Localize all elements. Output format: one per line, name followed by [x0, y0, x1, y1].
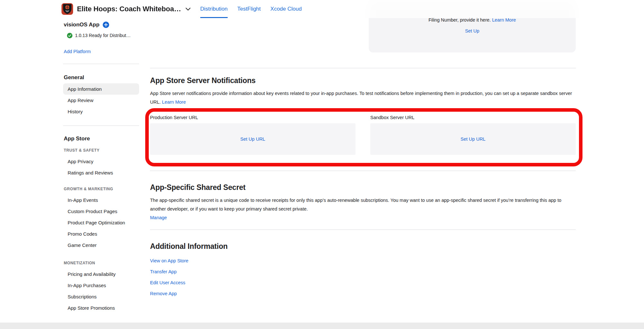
production-server-url-label: Production Server URL	[150, 115, 355, 121]
sidebar-item-custom-product-pages[interactable]: Custom Product Pages	[63, 206, 139, 217]
sidebar: visionOS App 1.0.13 Ready for Distribut……	[63, 18, 139, 314]
sandbox-server-column: Sandbox Server URL Set Up URL	[370, 115, 576, 155]
section-divider	[150, 230, 576, 230]
sidebar-subhead-monetization: MONETIZATION	[63, 260, 139, 266]
sidebar-item-promo-codes[interactable]: Promo Codes	[63, 228, 139, 240]
sidebar-subhead-growth-marketing: GROWTH & MARKETING	[63, 186, 139, 192]
add-version-plus-icon[interactable]	[103, 22, 109, 28]
sidebar-item-in-app-purchases[interactable]: In-App Purchases	[63, 280, 139, 291]
manage-shared-secret-link[interactable]: Manage	[150, 215, 167, 221]
production-server-url-panel: Set Up URL	[150, 123, 355, 155]
sidebar-heading-general: General	[63, 74, 139, 81]
section-divider	[150, 68, 576, 68]
sidebar-item-app-privacy[interactable]: App Privacy	[63, 156, 139, 167]
add-platform-link[interactable]: Add Platform	[64, 49, 91, 54]
sidebar-item-app-store-promotions[interactable]: App Store Promotions	[63, 302, 139, 314]
sidebar-item-app-information[interactable]: App Information	[63, 83, 139, 95]
sidebar-item-subscriptions[interactable]: Subscriptions	[63, 291, 139, 302]
ready-check-icon	[67, 33, 72, 38]
sidebar-heading-app-store: App Store	[63, 135, 139, 143]
version-status-text: 1.0.13 Ready for Distribut…	[75, 33, 131, 38]
remove-app-link[interactable]: Remove App	[150, 291, 576, 297]
sandbox-set-up-url-link[interactable]: Set Up URL	[460, 136, 485, 142]
notifications-heading: App Store Server Notifications	[150, 76, 576, 85]
sidebar-item-in-app-events[interactable]: In-App Events	[63, 194, 139, 206]
notifications-learn-more-link[interactable]: Learn More	[162, 99, 186, 105]
app-title-group[interactable]: Elite Hoops: Coach Whiteboa…	[62, 0, 191, 18]
server-url-grid: Production Server URL Set Up URL Sandbox…	[150, 115, 576, 155]
transfer-app-link[interactable]: Transfer App	[150, 269, 576, 275]
view-on-app-store-link[interactable]: View on App Store	[150, 258, 576, 264]
page-footer	[0, 323, 644, 329]
sidebar-item-ratings-reviews[interactable]: Ratings and Reviews	[63, 167, 139, 178]
chevron-down-icon[interactable]	[185, 8, 191, 11]
sidebar-divider	[63, 64, 139, 64]
tab-xcode-cloud[interactable]: Xcode Cloud	[270, 0, 302, 18]
app-title: Elite Hoops: Coach Whiteboa…	[77, 5, 181, 13]
growth-marketing-list: In-App Events Custom Product Pages Produ…	[63, 194, 139, 251]
sidebar-item-game-center[interactable]: Game Center	[63, 240, 139, 251]
header-tabs: Distribution TestFlight Xcode Cloud	[200, 0, 302, 18]
sidebar-subhead-trust-safety: TRUST & SAFETY	[63, 148, 139, 153]
sidebar-item-pricing-availability[interactable]: Pricing and Availability	[63, 268, 139, 280]
additional-links: View on App Store Transfer App Edit User…	[150, 258, 576, 297]
additional-info-heading: Additional Information	[150, 241, 576, 251]
production-set-up-url-link[interactable]: Set Up URL	[240, 136, 265, 142]
sidebar-item-history[interactable]: History	[63, 106, 139, 117]
sidebar-divider	[63, 126, 139, 126]
tab-testflight[interactable]: TestFlight	[237, 0, 261, 18]
platform-name: visionOS App	[64, 21, 99, 29]
app-logo-icon	[62, 3, 73, 15]
sandbox-server-url-panel: Set Up URL	[370, 123, 576, 155]
sidebar-item-product-page-optimization[interactable]: Product Page Optimization	[63, 217, 139, 228]
sidebar-item-app-review[interactable]: App Review	[63, 95, 139, 106]
monetization-list: Pricing and Availability In-App Purchase…	[63, 268, 139, 314]
platform-title: visionOS App	[63, 21, 139, 29]
notifications-description: App Store server notifications provide i…	[150, 89, 576, 107]
shared-secret-description: The app-specific shared secret is a uniq…	[150, 196, 576, 213]
sandbox-server-url-label: Sandbox Server URL	[370, 115, 576, 121]
edit-user-access-link[interactable]: Edit User Access	[150, 280, 576, 286]
general-list: App Information App Review History	[63, 83, 139, 117]
tab-distribution[interactable]: Distribution	[200, 0, 228, 18]
app-header: Elite Hoops: Coach Whiteboa… Distributio…	[0, 0, 644, 18]
trust-safety-list: App Privacy Ratings and Reviews	[63, 156, 139, 178]
section-divider	[150, 171, 576, 171]
shared-secret-heading: App-Specific Shared Secret	[150, 183, 576, 192]
version-status-row[interactable]: 1.0.13 Ready for Distribut…	[63, 33, 139, 38]
main-content: App Store Server Notifications App Store…	[150, 18, 576, 302]
production-server-column: Production Server URL Set Up URL	[150, 115, 355, 155]
notifications-description-text: App Store server notifications provide i…	[150, 91, 572, 105]
